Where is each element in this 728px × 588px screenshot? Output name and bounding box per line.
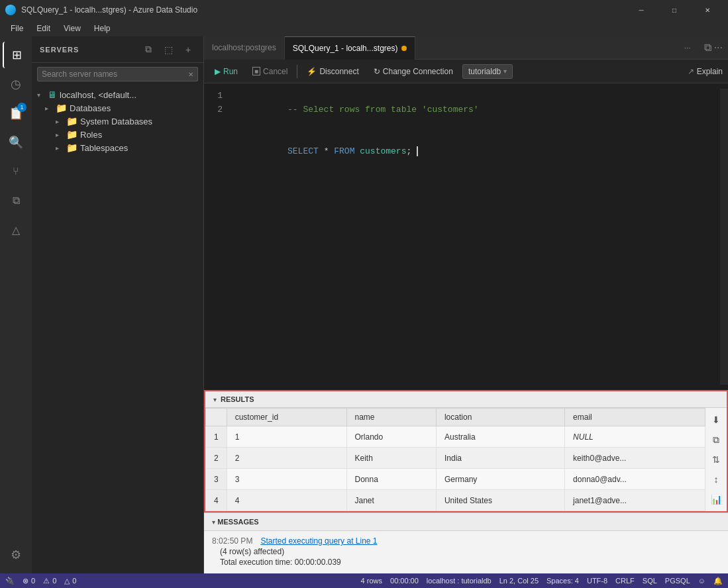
status-connection[interactable]: localhost : tutorialdb (427, 577, 492, 585)
sidebar-copy2-button[interactable]: ⬚ (161, 42, 176, 57)
status-language[interactable]: SQL (643, 577, 657, 585)
collapse-icon[interactable]: ▾ (213, 396, 217, 403)
chevron-down-icon: ▾ (503, 68, 507, 75)
code-line-2: SELECT * FROM customers; (236, 130, 715, 172)
cell-email: keith0@adve... (565, 448, 705, 469)
cell-location: Australia (436, 426, 564, 448)
toolbar-separator (297, 65, 297, 78)
menu-file[interactable]: File (5, 23, 28, 34)
run-icon: ▶ (215, 67, 221, 76)
tree-item-roles[interactable]: ▸ 📁 Roles (32, 128, 203, 141)
stop-icon: ■ (252, 67, 260, 75)
cancel-button[interactable]: ■ Cancel (247, 65, 293, 78)
table-row: 1 1 Orlando Australia NULL (206, 426, 705, 448)
tree-item-localhost[interactable]: ▾ 🖥 localhost, <default... (32, 88, 203, 101)
chart-button[interactable]: 📊 (707, 490, 725, 509)
run-button[interactable]: ▶ Run (209, 65, 243, 78)
more-tabs-button[interactable]: ··· (679, 43, 696, 52)
tree-item-tablespaces[interactable]: ▸ 📁 Tablespaces (32, 141, 203, 154)
status-smiley[interactable]: ☺ (698, 577, 705, 585)
code-content[interactable]: -- Select rows from table 'customers' SE… (231, 89, 720, 385)
activity-history[interactable]: ◷ (3, 71, 29, 97)
status-line-ending: CRLF (615, 577, 635, 585)
search-input[interactable] (42, 70, 185, 79)
status-errors: ⊗ 0 (23, 577, 35, 585)
search-icon: 🔍 (9, 135, 23, 150)
activity-explorer[interactable]: 📋 1 (3, 100, 29, 126)
table-header-name: name (346, 409, 436, 426)
results-title: RESULTS (221, 395, 254, 403)
cell-customer_id: 3 (227, 469, 346, 490)
message-link[interactable]: Started executing query at Line 1 (260, 536, 377, 546)
cell-name: Keith (346, 448, 436, 469)
admin-icon: △ (12, 224, 20, 236)
main-layout: ⊞ ◷ 📋 1 🔍 ⑂ ⧉ △ ⚙ SERVERS ⧉ ⬚ + (0, 36, 728, 573)
close-button[interactable]: ✕ (692, 0, 723, 20)
cell-location: Germany (436, 469, 564, 490)
explain-button[interactable]: ↗ Explain (688, 67, 723, 76)
cell-name: Orlando (346, 426, 436, 448)
sort-button[interactable]: ↕ (707, 470, 725, 489)
maximize-button[interactable]: □ (659, 0, 690, 20)
source-control-icon: ⑂ (13, 166, 19, 177)
tab-localhost-postgres[interactable]: localhost:postgres (204, 36, 285, 60)
activity-admin[interactable]: △ (3, 217, 29, 243)
collapse-icon[interactable]: ▾ (212, 518, 215, 526)
status-connection-icon[interactable]: 🔌 (5, 577, 15, 585)
cell-customer_id: 2 (227, 448, 346, 469)
results-panel: ▾ RESULTS customer_id name location emai… (204, 390, 728, 513)
plug-icon: 🔌 (5, 577, 15, 585)
minimize-button[interactable]: ─ (626, 0, 656, 20)
row-count-label: 4 rows (361, 577, 382, 585)
status-encoding: UTF-8 (587, 577, 607, 585)
status-timer: 00:00:00 (390, 577, 419, 585)
activity-extensions[interactable]: ⧉ (3, 187, 29, 214)
sidebar-copy1-button[interactable]: ⧉ (141, 42, 156, 57)
disconnect-icon: ⚡ (307, 67, 317, 76)
disconnect-button[interactable]: ⚡ Disconnect (301, 65, 364, 78)
scrollbar[interactable] (720, 89, 728, 385)
menu-view[interactable]: View (58, 23, 86, 34)
messages-title: MESSAGES (217, 518, 258, 526)
results-side-toolbar: ⬇ ⧉ ⇅ ↕ 📊 (705, 408, 727, 511)
status-dialect[interactable]: PGSQL (665, 577, 690, 585)
activity-source-control[interactable]: ⑂ (3, 158, 29, 185)
file-tree: ▾ 🖥 localhost, <default... ▸ 📁 Databases… (32, 85, 203, 573)
chevron-right-icon: ▸ (56, 118, 64, 125)
change-connection-button[interactable]: ↻ Change Connection (368, 65, 458, 78)
window-controls: ─ □ ✕ (626, 0, 723, 20)
copy-results-button[interactable]: ⧉ (707, 430, 725, 449)
sidebar-add-button[interactable]: + (181, 42, 195, 57)
table-row: 3 3 Donna Germany donna0@adv... (206, 469, 705, 490)
tab-sqlquery1[interactable]: SQLQuery_1 - localh...stgres) (285, 36, 416, 60)
tree-item-databases[interactable]: ▸ 📁 Databases (32, 101, 203, 115)
activity-servers[interactable]: ⊞ (3, 42, 29, 68)
bell-icon: 🔔 (713, 577, 723, 585)
messages-header: ▾ MESSAGES (204, 513, 728, 531)
cell-email: donna0@adv... (565, 469, 705, 490)
cell-name: Janet (346, 490, 436, 511)
menu-help[interactable]: Help (89, 23, 116, 34)
search-clear-button[interactable]: ✕ (188, 71, 193, 78)
message-row-2: (4 row(s) affected) (212, 547, 720, 556)
activity-settings[interactable]: ⚙ (3, 542, 29, 568)
sidebar-title: SERVERS (40, 46, 136, 54)
code-editor[interactable]: 1 2 -- Select rows from table 'customers… (204, 83, 728, 390)
tree-item-system-databases[interactable]: ▸ 📁 System Databases (32, 115, 203, 128)
warning-icon: ⚠ (43, 577, 50, 585)
split-editor-icon[interactable]: ⧉ (704, 42, 711, 54)
save-results-button[interactable]: ⬇ (707, 411, 725, 429)
more-actions-icon[interactable]: ··· (714, 42, 723, 54)
tab-label: SQLQuery_1 - localh...stgres) (293, 44, 398, 53)
search-box: ✕ (37, 67, 198, 81)
status-bell[interactable]: 🔔 (713, 577, 723, 585)
filter-button[interactable]: ⇅ (707, 450, 725, 469)
activity-search[interactable]: 🔍 (3, 129, 29, 156)
database-selector[interactable]: tutorialdb ▾ (462, 64, 513, 79)
menu-edit[interactable]: Edit (31, 23, 56, 34)
message-text: Total execution time: 00:00:00.039 (220, 558, 341, 567)
messages-content: 8:02:50 PM Started executing query at Li… (204, 531, 728, 573)
sidebar: SERVERS ⧉ ⬚ + ✕ ▾ 🖥 localhost, <default.… (32, 36, 204, 573)
tree-item-label: Databases (70, 103, 111, 113)
tree-item-label: localhost, <default... (60, 90, 136, 100)
